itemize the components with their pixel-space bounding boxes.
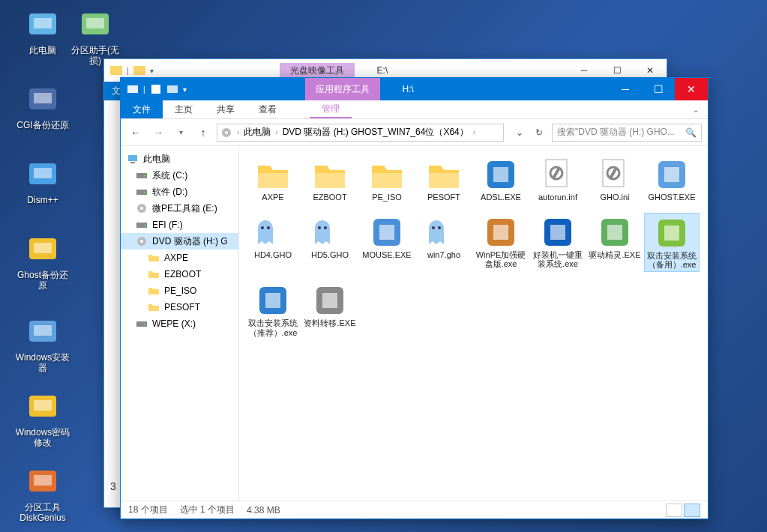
exe-icon xyxy=(597,214,633,250)
nav-up-button[interactable]: ↑ xyxy=(194,124,212,142)
refresh-button[interactable]: ↻ xyxy=(531,124,547,141)
svg-rect-52 xyxy=(379,225,394,240)
status-size: 4.38 MB xyxy=(247,505,280,516)
desktop-icon-wininst[interactable]: Windows安装器 xyxy=(15,315,70,374)
file-item-label: win7.gho xyxy=(427,250,460,260)
desktop-icon-partassist[interactable]: 分区助手(无损) xyxy=(67,7,123,67)
file-item[interactable]: PE_ISO xyxy=(359,155,415,204)
file-item[interactable]: HD4.GHO xyxy=(245,213,301,272)
ribbon-expand-icon[interactable]: ⌄ xyxy=(684,100,708,118)
file-item[interactable]: GHOST.EXE xyxy=(644,155,700,204)
file-item[interactable]: 驱动精灵.EXE xyxy=(587,213,643,272)
file-list[interactable]: AXPEEZBOOTPE_ISOPESOFTADSL.EXEautorun.in… xyxy=(239,146,708,501)
qat-divider: | xyxy=(127,67,129,75)
view-icons-button[interactable] xyxy=(684,504,700,517)
address-bar[interactable]: › 此电脑 › DVD 驱动器 (H:) GHOST_WIN7_64位（X64）… xyxy=(217,124,504,142)
desktop-icon-label: Dism++ xyxy=(15,195,70,205)
tree-node[interactable]: EZBOOT xyxy=(121,266,238,282)
file-item[interactable]: WinPE加强硬盘版.exe xyxy=(473,213,529,272)
file-item[interactable]: 双击安装系统（备用）.exe xyxy=(644,213,700,272)
tree-node[interactable]: 系统 (C:) xyxy=(121,167,238,184)
breadcrumb-sep[interactable]: › xyxy=(235,128,241,136)
svg-rect-60 xyxy=(607,225,622,240)
ribbon-file-tab[interactable]: 文件 xyxy=(121,100,163,118)
desktop-icon-winpwd[interactable]: Windows密码修改 xyxy=(15,390,70,449)
file-item[interactable]: MOUSE.EXE xyxy=(359,213,415,272)
svg-rect-20 xyxy=(167,85,178,93)
search-input[interactable]: 搜索"DVD 驱动器 (H:) GHO... 🔍 xyxy=(552,124,702,142)
nav-history-dropdown[interactable]: ▾ xyxy=(172,124,190,142)
svg-rect-18 xyxy=(127,85,138,93)
nav-back-button[interactable]: ← xyxy=(127,124,145,142)
ribbon-share-tab[interactable]: 共享 xyxy=(205,100,247,118)
file-item[interactable]: ADSL.EXE xyxy=(473,155,529,204)
file-item[interactable]: HD5.GHO xyxy=(302,213,358,272)
desktop-icon-pc[interactable]: 此电脑 xyxy=(15,7,70,55)
file-item[interactable]: win7.gho xyxy=(416,213,472,272)
context-tab-back[interactable]: 光盘映像工具 xyxy=(280,63,355,79)
breadcrumb-sep[interactable]: › xyxy=(274,128,279,136)
close-button[interactable]: ✕ xyxy=(675,78,708,100)
file-item[interactable]: 双击安装系统（推荐）.exe xyxy=(245,281,301,339)
desktop-icon-diskgenius[interactable]: 分区工具DiskGenius xyxy=(15,465,70,524)
view-details-button[interactable] xyxy=(666,504,682,517)
ini-icon xyxy=(597,157,633,193)
cd-icon xyxy=(136,235,148,247)
tree-node[interactable]: 微PE工具箱 (E:) xyxy=(121,200,238,217)
search-icon[interactable]: 🔍 xyxy=(685,127,697,138)
desktop-icon-ghost[interactable]: Ghost备份还原 xyxy=(15,232,70,291)
nav-forward-button[interactable]: → xyxy=(149,124,167,142)
file-item[interactable]: EZBOOT xyxy=(302,155,358,204)
file-item-label: 驱动精灵.EXE xyxy=(589,250,640,260)
tree-node-label: 系统 (C:) xyxy=(152,169,187,182)
desktop-icon-dism[interactable]: Dism++ xyxy=(15,157,70,205)
file-item[interactable]: 资料转移.EXE xyxy=(302,281,358,339)
tree-node-label: 此电脑 xyxy=(143,153,170,166)
tree-node[interactable]: PESOFT xyxy=(121,299,238,315)
file-item[interactable]: 好装机一键重装系统.exe xyxy=(530,213,586,272)
folder-icon xyxy=(426,157,462,193)
properties-icon[interactable] xyxy=(150,83,162,95)
ini-icon xyxy=(540,157,576,193)
tree-node[interactable]: PE_ISO xyxy=(121,282,238,299)
context-tab[interactable]: 应用程序工具 xyxy=(305,78,380,100)
maximize-button[interactable]: ☐ xyxy=(642,78,675,100)
folder-icon xyxy=(148,268,160,280)
tree-node-label: EZBOOT xyxy=(164,269,201,279)
tree-node[interactable]: EFI (F:) xyxy=(121,217,238,233)
breadcrumb-sep[interactable]: › xyxy=(472,128,477,136)
file-item[interactable]: GHO.ini xyxy=(587,155,643,204)
file-item-label: PESOFT xyxy=(427,193,460,202)
ribbon-manage-tab[interactable]: 管理 xyxy=(310,100,352,118)
address-dropdown[interactable]: ⌄ xyxy=(511,124,528,141)
file-item[interactable]: autorun.inf xyxy=(530,155,586,204)
tree-node[interactable]: WEPE (X:) xyxy=(121,315,238,332)
folder-icon xyxy=(255,157,291,193)
svg-point-54 xyxy=(438,226,441,229)
minimize-button[interactable]: ─ xyxy=(609,78,642,100)
file-item-label: MOUSE.EXE xyxy=(362,250,411,260)
breadcrumb-pc[interactable]: 此电脑 xyxy=(241,126,274,139)
file-item[interactable]: PESOFT xyxy=(416,155,472,204)
hdd-icon xyxy=(136,219,148,231)
svg-rect-58 xyxy=(550,225,565,240)
nav-tree[interactable]: 此电脑系统 (C:)软件 (D:)微PE工具箱 (E:)EFI (F:)DVD … xyxy=(121,146,239,501)
ribbon-home-tab[interactable]: 主页 xyxy=(163,100,205,118)
qat-dropdown-icon[interactable]: ▾ xyxy=(150,67,154,75)
file-item[interactable]: AXPE xyxy=(245,155,301,204)
tree-node[interactable]: DVD 驱动器 (H:) G xyxy=(121,233,238,250)
folder-icon[interactable] xyxy=(166,83,178,95)
pc-icon xyxy=(127,153,139,165)
ribbon-view-tab[interactable]: 查看 xyxy=(247,100,289,118)
breadcrumb-drive[interactable]: DVD 驱动器 (H:) GHOST_WIN7_64位（X64） xyxy=(280,126,472,139)
qat-dropdown-icon[interactable]: ▾ xyxy=(183,85,187,94)
svg-rect-17 xyxy=(133,66,145,75)
tree-node[interactable]: 软件 (D:) xyxy=(121,184,238,200)
tree-node-label: DVD 驱动器 (H:) G xyxy=(152,235,228,248)
tree-node-label: 软件 (D:) xyxy=(152,186,187,199)
tree-node[interactable]: AXPE xyxy=(121,250,238,266)
tree-node[interactable]: 此电脑 xyxy=(121,151,238,167)
folder-icon xyxy=(369,157,405,193)
drive-icon xyxy=(220,127,232,139)
desktop-icon-cgi[interactable]: CGI备份还原 xyxy=(15,82,70,130)
